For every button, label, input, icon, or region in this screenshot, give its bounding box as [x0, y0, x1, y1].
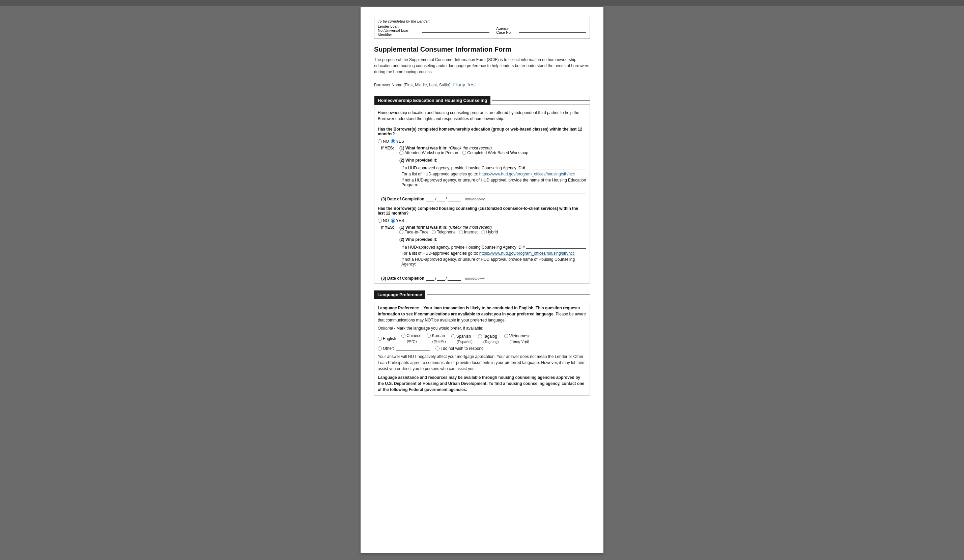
homeownership-header-bar: Homeownership Education and Housing Coun… — [375, 96, 589, 105]
q2-format-label: (1) What format was it in: (Check the mo… — [399, 225, 492, 230]
q1-hud-link[interactable]: https://www.hud.gov/program_offices/hous… — [479, 172, 575, 176]
question1-no-radio[interactable] — [378, 139, 382, 143]
lender-fields: Lender Loan No./Universal Loan Identifie… — [378, 24, 586, 36]
lang-korean-text: Korean — [432, 333, 445, 338]
lang-no-respond-label[interactable]: I do not wish to respond — [435, 346, 484, 351]
question1-no-label[interactable]: NO — [378, 139, 389, 144]
lang-chinese-label[interactable]: Chinese (中文) — [401, 333, 421, 344]
homeownership-questions: Has the Borrower(s) completed homeowners… — [375, 124, 589, 283]
lang-no-respond-radio[interactable] — [435, 347, 440, 350]
lang-other-radio[interactable] — [378, 347, 382, 350]
q1-webbased-text: Completed Web-Based Workshop — [467, 150, 528, 155]
q2-telephone-radio[interactable] — [432, 230, 436, 234]
question2-text: Has the Borrower(s) completed housing co… — [378, 206, 586, 216]
lang-chinese-radio[interactable] — [401, 334, 405, 338]
loan-number-field[interactable] — [422, 28, 489, 33]
optional-label: Optional — [378, 326, 393, 330]
question2-row: Has the Borrower(s) completed housing co… — [378, 206, 586, 223]
q2-hybrid-label[interactable]: Hybrid — [481, 230, 498, 234]
lang-chinese-sub: (中文) — [401, 339, 417, 344]
q2-who-provided-label: (2) Who provided it: — [399, 237, 438, 242]
q2-telephone-label[interactable]: Telephone — [432, 230, 455, 234]
q1-if-yes-label: If YES: — [381, 146, 398, 150]
q2-date-row: (3) Date of Completion / / mm/dd/yyyy — [381, 276, 586, 281]
q2-face-text: Face-to-Face — [404, 230, 428, 234]
lang-english-radio[interactable] — [378, 337, 382, 341]
q2-hud-id-field[interactable] — [526, 244, 586, 249]
lang-spanish-text: Spanish — [456, 334, 471, 339]
lang-spanish-sub: (Español) — [451, 340, 472, 344]
lang-korean-sub: (한국어) — [427, 339, 446, 344]
q2-hud-link[interactable]: https://www.hud.gov/program_offices/hous… — [479, 251, 575, 256]
question2-radio-group: NO YES — [378, 218, 404, 223]
question2-no-radio[interactable] — [378, 218, 382, 223]
lang-vietnamese-radio[interactable] — [504, 334, 508, 338]
q2-date-mm[interactable] — [427, 276, 435, 281]
question1-block: Has the Borrower(s) completed homeowners… — [378, 127, 586, 202]
q1-attended-radio[interactable] — [399, 151, 404, 155]
q1-hud-agency-text: If a HUD-approved agency, provide Housin… — [401, 166, 525, 170]
language-section: Language Preference Language Preference … — [374, 290, 590, 396]
q2-date-label: (3) Date of Completion — [381, 276, 424, 281]
q1-format-options: Attended Workshop in Person Completed We… — [399, 150, 528, 155]
q1-who-provided-label: (2) Who provided it: — [399, 158, 438, 163]
q1-hud-id-field[interactable] — [526, 164, 586, 169]
language-header: Language Preference — [374, 290, 425, 299]
question1-yes-label[interactable]: YES — [391, 139, 404, 144]
language-note2-bold: Language assistance and resources may be… — [378, 375, 584, 392]
question2-yes-label[interactable]: YES — [391, 218, 404, 223]
q2-hud-list-text: For a list of HUD-approved agencies go t… — [401, 251, 478, 256]
question2-yes-radio[interactable] — [391, 218, 395, 223]
q2-hybrid-radio[interactable] — [481, 230, 485, 234]
language-note2: Language assistance and resources may be… — [378, 374, 586, 393]
question2-no-label[interactable]: NO — [378, 218, 389, 223]
question1-no-text: NO — [383, 139, 389, 144]
q1-date-yyyy[interactable] — [448, 197, 461, 202]
question2-no-text: NO — [383, 218, 389, 223]
q1-attended-label[interactable]: Attended Workshop in Person — [399, 150, 458, 155]
question1-radio-group: NO YES — [378, 139, 404, 144]
question1-yes-text: YES — [396, 139, 404, 144]
optional-text: - Mark the language you would prefer, if… — [393, 326, 484, 330]
q2-hybrid-text: Hybrid — [486, 230, 498, 234]
q2-hud-agency-text: If a HUD-approved agency, provide Housin… — [401, 245, 525, 250]
q2-format-content: (1) What format was it in: (Check the mo… — [399, 225, 586, 235]
q2-date-yyyy[interactable] — [448, 276, 461, 281]
lang-tagalog-radio[interactable] — [478, 334, 482, 339]
language-options: English Chinese (中文) Korean (한국어) — [378, 333, 586, 351]
q1-webbased-label[interactable]: Completed Web-Based Workshop — [462, 150, 528, 155]
q2-internet-radio[interactable] — [459, 230, 463, 234]
lang-tagalog-sub: (Tagalog) — [478, 340, 499, 344]
q2-date-dd[interactable] — [437, 276, 445, 281]
lang-korean-radio[interactable] — [427, 334, 431, 338]
q2-internet-label[interactable]: Internet — [459, 230, 478, 234]
lang-spanish-radio[interactable] — [451, 334, 455, 339]
lang-tagalog-label[interactable]: Tagalog (Tagalog) — [478, 334, 499, 344]
lang-spanish-label[interactable]: Spanish (Español) — [451, 334, 472, 344]
q1-webbased-radio[interactable] — [462, 151, 466, 155]
q1-date-format: mm/dd/yyyy — [465, 197, 485, 201]
question1-yes-radio[interactable] — [391, 139, 395, 143]
q2-agency-name-field[interactable] — [401, 268, 586, 273]
lang-english-label[interactable]: English — [378, 336, 396, 341]
q1-format-row: If YES: (1) What format was it in: (Chec… — [381, 146, 586, 156]
lang-other-field[interactable] — [396, 346, 430, 351]
form-title: Supplemental Consumer Information Form — [374, 46, 590, 53]
q2-face-label[interactable]: Face-to-Face — [399, 230, 428, 234]
lang-other-label[interactable]: Other: — [378, 346, 430, 351]
q1-date-mm[interactable] — [427, 197, 435, 202]
loan-number-label: Lender Loan No./Universal Loan Identifie… — [378, 24, 415, 36]
q1-format-label: (1) What format was it in: (Check the mo… — [399, 146, 492, 150]
borrower-name-value: Floify Test — [453, 81, 590, 87]
q2-face-radio[interactable] — [399, 230, 404, 234]
language-pref-dash: – — [420, 306, 423, 310]
q1-date-dd[interactable] — [437, 197, 445, 202]
agency-case-field[interactable] — [519, 28, 586, 33]
q1-program-name-field[interactable] — [401, 189, 586, 194]
homeownership-description: Homeownership education and housing coun… — [375, 107, 589, 124]
question2-if-yes: If YES: (1) What format was it in: (Chec… — [378, 225, 586, 281]
lang-korean-label[interactable]: Korean (한국어) — [427, 333, 446, 344]
question1-text: Has the Borrower(s) completed homeowners… — [378, 127, 586, 136]
lang-vietnamese-label[interactable]: Vietnamese (Tiếng Việt) — [504, 334, 531, 344]
q1-hud-list-text: For a list of HUD-approved agencies go t… — [401, 172, 478, 176]
